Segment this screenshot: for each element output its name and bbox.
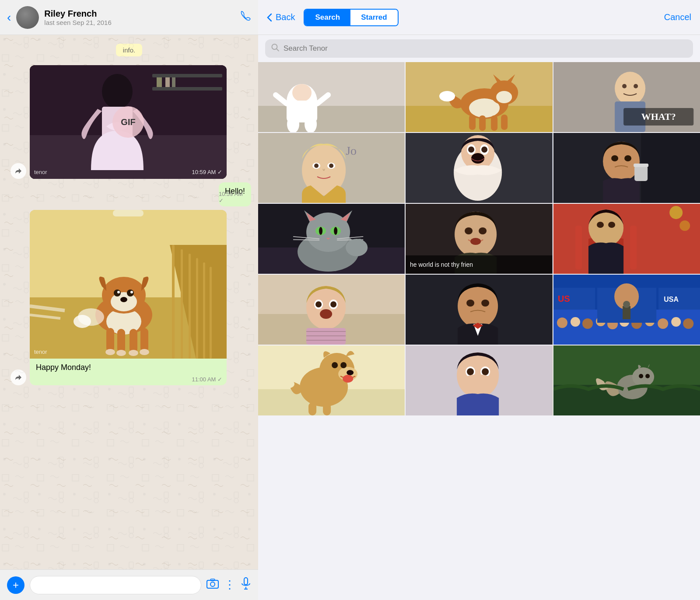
gif-message-row: GIF tenor 10:59 AM ✓	[7, 65, 251, 179]
gif-item[interactable]: WHAT?	[553, 62, 700, 132]
gif-bubble[interactable]: GIF tenor 10:59 AM ✓	[30, 65, 227, 179]
caption-text: Happy Monday!	[36, 363, 91, 372]
gif-item[interactable]	[258, 204, 405, 274]
svg-rect-192	[462, 378, 467, 391]
svg-point-161	[683, 318, 693, 329]
svg-line-51	[276, 49, 279, 51]
gif-item[interactable]: he world is not thy frien	[406, 204, 552, 274]
svg-point-119	[479, 227, 486, 234]
gif-item[interactable]	[553, 204, 700, 274]
gif-row-1: WHAT?	[258, 62, 700, 132]
message-input[interactable]	[30, 576, 201, 594]
chat-messages: info.	[0, 35, 258, 569]
corgi-message-row: tenor Happy Monday! 11:00 AM ✓	[7, 210, 251, 385]
svg-point-152	[570, 317, 580, 327]
corgi-caption: Happy Monday! 11:00 AM ✓	[30, 359, 227, 385]
svg-point-128	[608, 222, 615, 228]
svg-point-39	[120, 297, 127, 302]
svg-rect-95	[641, 133, 700, 203]
corgi-bubble[interactable]: tenor Happy Monday! 11:00 AM ✓	[30, 210, 227, 385]
svg-point-30	[116, 350, 126, 356]
gif-row-2: Jo	[258, 133, 700, 203]
tenor-label: tenor	[34, 169, 47, 175]
back-link[interactable]: Back	[267, 12, 295, 22]
svg-rect-21	[210, 267, 212, 359]
svg-point-190	[482, 368, 489, 375]
more-options-icon[interactable]: ⋮	[224, 578, 235, 592]
gif-item[interactable]	[553, 133, 700, 203]
mic-icon[interactable]	[241, 577, 251, 593]
tenor-label-corgi: tenor	[34, 349, 47, 355]
avatar	[16, 6, 39, 29]
search-tab[interactable]: Search	[304, 10, 350, 25]
svg-point-35	[114, 290, 121, 297]
svg-rect-68	[479, 115, 486, 131]
svg-point-159	[658, 318, 668, 329]
svg-point-120	[470, 238, 481, 245]
starred-tab[interactable]: Starred	[350, 10, 398, 25]
svg-rect-9	[157, 77, 162, 87]
svg-point-84	[314, 164, 318, 168]
gif-item[interactable]	[258, 62, 405, 132]
svg-point-115	[356, 239, 363, 246]
camera-icon[interactable]	[206, 578, 219, 592]
gif-item[interactable]: Jo	[258, 133, 405, 203]
svg-point-73	[615, 72, 645, 105]
svg-point-151	[557, 317, 567, 328]
svg-point-108	[334, 227, 337, 235]
caption-timestamp: 11:00 AM ✓	[192, 376, 222, 383]
gif-item[interactable]	[406, 275, 552, 345]
svg-point-91	[468, 147, 474, 153]
svg-rect-195	[481, 376, 486, 388]
contact-name: Riley French	[44, 9, 234, 19]
svg-rect-44	[207, 580, 218, 588]
svg-rect-196	[488, 378, 493, 389]
svg-point-31	[129, 350, 138, 356]
back-label: Back	[276, 12, 295, 22]
svg-text:USA: USA	[664, 296, 679, 303]
svg-point-97	[611, 155, 618, 161]
search-icon	[271, 44, 279, 54]
gif-item[interactable]	[553, 345, 700, 415]
search-bar-wrap	[258, 35, 700, 62]
info-tag-wrap: info.	[7, 40, 251, 60]
gif-item[interactable]	[258, 275, 405, 345]
gif-item[interactable]	[406, 62, 552, 132]
search-container	[265, 39, 693, 58]
svg-rect-27	[130, 329, 137, 353]
svg-point-98	[624, 155, 631, 161]
contact-info: Riley French last seen Sep 21, 2016	[44, 9, 234, 26]
svg-rect-125	[630, 226, 637, 269]
forward-button-gif[interactable]	[10, 163, 26, 179]
add-button[interactable]: +	[7, 576, 24, 594]
svg-point-129	[669, 206, 682, 219]
forward-button-corgi[interactable]	[10, 370, 26, 385]
gif-search-input[interactable]	[265, 39, 693, 58]
gif-item[interactable]	[258, 345, 405, 415]
svg-rect-28	[140, 328, 148, 352]
gif-item[interactable]: US USA	[553, 275, 700, 345]
svg-rect-53	[258, 106, 405, 132]
phone-icon[interactable]	[239, 10, 251, 25]
svg-point-85	[329, 164, 333, 168]
hello-row: Hello! 10:59 AM ✓	[7, 182, 251, 206]
chat-input-area: + ⋮	[0, 569, 258, 600]
back-button-chat[interactable]: ‹	[7, 10, 11, 24]
gif-item[interactable]	[406, 133, 552, 203]
svg-rect-70	[501, 115, 508, 130]
svg-point-179	[346, 370, 354, 375]
info-tag: info.	[116, 44, 142, 56]
gif-row-5	[258, 345, 700, 415]
svg-point-183	[281, 380, 294, 388]
gif-item[interactable]	[406, 345, 552, 415]
svg-text:US: US	[558, 294, 570, 303]
svg-rect-164	[623, 306, 630, 319]
svg-line-110	[293, 240, 319, 240]
gif-row-4: US USA	[258, 275, 700, 345]
svg-point-200	[632, 367, 654, 387]
svg-point-160	[671, 317, 681, 327]
svg-point-201	[639, 374, 643, 378]
cancel-button[interactable]: Cancel	[664, 12, 691, 22]
svg-point-136	[315, 301, 322, 307]
svg-point-153	[582, 318, 593, 329]
